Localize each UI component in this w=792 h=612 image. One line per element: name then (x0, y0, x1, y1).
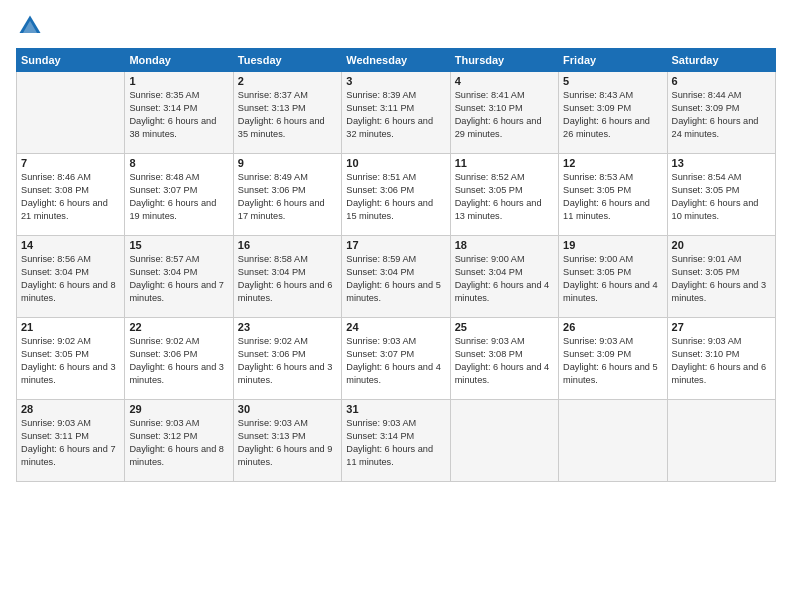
day-header-friday: Friday (559, 49, 667, 72)
calendar-cell: 21Sunrise: 9:02 AMSunset: 3:05 PMDayligh… (17, 318, 125, 400)
calendar-cell (17, 72, 125, 154)
calendar-week-5: 28Sunrise: 9:03 AMSunset: 3:11 PMDayligh… (17, 400, 776, 482)
day-number: 29 (129, 403, 228, 415)
day-info: Sunrise: 9:03 AMSunset: 3:11 PMDaylight:… (21, 417, 120, 469)
day-info: Sunrise: 9:03 AMSunset: 3:14 PMDaylight:… (346, 417, 445, 469)
calendar-cell: 3Sunrise: 8:39 AMSunset: 3:11 PMDaylight… (342, 72, 450, 154)
day-number: 15 (129, 239, 228, 251)
day-number: 10 (346, 157, 445, 169)
calendar-cell: 26Sunrise: 9:03 AMSunset: 3:09 PMDayligh… (559, 318, 667, 400)
calendar-cell: 13Sunrise: 8:54 AMSunset: 3:05 PMDayligh… (667, 154, 775, 236)
calendar-cell: 1Sunrise: 8:35 AMSunset: 3:14 PMDaylight… (125, 72, 233, 154)
day-info: Sunrise: 8:57 AMSunset: 3:04 PMDaylight:… (129, 253, 228, 305)
calendar-cell: 29Sunrise: 9:03 AMSunset: 3:12 PMDayligh… (125, 400, 233, 482)
day-header-saturday: Saturday (667, 49, 775, 72)
calendar-cell: 8Sunrise: 8:48 AMSunset: 3:07 PMDaylight… (125, 154, 233, 236)
day-number: 13 (672, 157, 771, 169)
day-number: 27 (672, 321, 771, 333)
day-number: 1 (129, 75, 228, 87)
calendar-cell (450, 400, 558, 482)
calendar-cell: 17Sunrise: 8:59 AMSunset: 3:04 PMDayligh… (342, 236, 450, 318)
day-number: 5 (563, 75, 662, 87)
day-info: Sunrise: 8:46 AMSunset: 3:08 PMDaylight:… (21, 171, 120, 223)
day-info: Sunrise: 8:41 AMSunset: 3:10 PMDaylight:… (455, 89, 554, 141)
day-info: Sunrise: 9:00 AMSunset: 3:04 PMDaylight:… (455, 253, 554, 305)
day-number: 3 (346, 75, 445, 87)
day-number: 28 (21, 403, 120, 415)
calendar-cell: 27Sunrise: 9:03 AMSunset: 3:10 PMDayligh… (667, 318, 775, 400)
calendar-cell: 7Sunrise: 8:46 AMSunset: 3:08 PMDaylight… (17, 154, 125, 236)
day-number: 31 (346, 403, 445, 415)
calendar-cell: 5Sunrise: 8:43 AMSunset: 3:09 PMDaylight… (559, 72, 667, 154)
calendar-cell: 10Sunrise: 8:51 AMSunset: 3:06 PMDayligh… (342, 154, 450, 236)
day-number: 8 (129, 157, 228, 169)
calendar-cell: 12Sunrise: 8:53 AMSunset: 3:05 PMDayligh… (559, 154, 667, 236)
day-number: 2 (238, 75, 337, 87)
calendar-cell: 11Sunrise: 8:52 AMSunset: 3:05 PMDayligh… (450, 154, 558, 236)
day-info: Sunrise: 8:43 AMSunset: 3:09 PMDaylight:… (563, 89, 662, 141)
day-number: 7 (21, 157, 120, 169)
calendar-week-1: 1Sunrise: 8:35 AMSunset: 3:14 PMDaylight… (17, 72, 776, 154)
day-number: 11 (455, 157, 554, 169)
calendar-cell: 28Sunrise: 9:03 AMSunset: 3:11 PMDayligh… (17, 400, 125, 482)
day-number: 25 (455, 321, 554, 333)
day-number: 24 (346, 321, 445, 333)
calendar-cell: 2Sunrise: 8:37 AMSunset: 3:13 PMDaylight… (233, 72, 341, 154)
day-info: Sunrise: 8:48 AMSunset: 3:07 PMDaylight:… (129, 171, 228, 223)
day-info: Sunrise: 8:44 AMSunset: 3:09 PMDaylight:… (672, 89, 771, 141)
calendar-cell: 20Sunrise: 9:01 AMSunset: 3:05 PMDayligh… (667, 236, 775, 318)
calendar-cell: 18Sunrise: 9:00 AMSunset: 3:04 PMDayligh… (450, 236, 558, 318)
day-info: Sunrise: 8:53 AMSunset: 3:05 PMDaylight:… (563, 171, 662, 223)
day-info: Sunrise: 8:37 AMSunset: 3:13 PMDaylight:… (238, 89, 337, 141)
day-info: Sunrise: 8:49 AMSunset: 3:06 PMDaylight:… (238, 171, 337, 223)
day-info: Sunrise: 9:00 AMSunset: 3:05 PMDaylight:… (563, 253, 662, 305)
day-number: 17 (346, 239, 445, 251)
day-header-wednesday: Wednesday (342, 49, 450, 72)
day-number: 18 (455, 239, 554, 251)
day-info: Sunrise: 9:03 AMSunset: 3:10 PMDaylight:… (672, 335, 771, 387)
day-header-sunday: Sunday (17, 49, 125, 72)
day-number: 6 (672, 75, 771, 87)
day-info: Sunrise: 8:59 AMSunset: 3:04 PMDaylight:… (346, 253, 445, 305)
calendar: SundayMondayTuesdayWednesdayThursdayFrid… (16, 48, 776, 482)
day-number: 14 (21, 239, 120, 251)
calendar-cell: 31Sunrise: 9:03 AMSunset: 3:14 PMDayligh… (342, 400, 450, 482)
day-info: Sunrise: 8:39 AMSunset: 3:11 PMDaylight:… (346, 89, 445, 141)
calendar-cell: 14Sunrise: 8:56 AMSunset: 3:04 PMDayligh… (17, 236, 125, 318)
logo (16, 12, 48, 40)
day-info: Sunrise: 9:02 AMSunset: 3:06 PMDaylight:… (129, 335, 228, 387)
calendar-cell: 9Sunrise: 8:49 AMSunset: 3:06 PMDaylight… (233, 154, 341, 236)
day-number: 19 (563, 239, 662, 251)
day-info: Sunrise: 9:01 AMSunset: 3:05 PMDaylight:… (672, 253, 771, 305)
day-info: Sunrise: 9:02 AMSunset: 3:06 PMDaylight:… (238, 335, 337, 387)
calendar-cell: 25Sunrise: 9:03 AMSunset: 3:08 PMDayligh… (450, 318, 558, 400)
day-number: 22 (129, 321, 228, 333)
day-info: Sunrise: 8:54 AMSunset: 3:05 PMDaylight:… (672, 171, 771, 223)
day-header-tuesday: Tuesday (233, 49, 341, 72)
day-number: 30 (238, 403, 337, 415)
calendar-cell: 19Sunrise: 9:00 AMSunset: 3:05 PMDayligh… (559, 236, 667, 318)
day-info: Sunrise: 8:56 AMSunset: 3:04 PMDaylight:… (21, 253, 120, 305)
calendar-week-3: 14Sunrise: 8:56 AMSunset: 3:04 PMDayligh… (17, 236, 776, 318)
calendar-cell: 22Sunrise: 9:02 AMSunset: 3:06 PMDayligh… (125, 318, 233, 400)
calendar-week-4: 21Sunrise: 9:02 AMSunset: 3:05 PMDayligh… (17, 318, 776, 400)
logo-icon (16, 12, 44, 40)
day-number: 20 (672, 239, 771, 251)
day-info: Sunrise: 9:03 AMSunset: 3:12 PMDaylight:… (129, 417, 228, 469)
day-info: Sunrise: 8:51 AMSunset: 3:06 PMDaylight:… (346, 171, 445, 223)
calendar-cell: 23Sunrise: 9:02 AMSunset: 3:06 PMDayligh… (233, 318, 341, 400)
day-info: Sunrise: 9:03 AMSunset: 3:07 PMDaylight:… (346, 335, 445, 387)
calendar-cell: 16Sunrise: 8:58 AMSunset: 3:04 PMDayligh… (233, 236, 341, 318)
day-header-monday: Monday (125, 49, 233, 72)
day-info: Sunrise: 9:03 AMSunset: 3:08 PMDaylight:… (455, 335, 554, 387)
day-info: Sunrise: 9:03 AMSunset: 3:09 PMDaylight:… (563, 335, 662, 387)
calendar-week-2: 7Sunrise: 8:46 AMSunset: 3:08 PMDaylight… (17, 154, 776, 236)
day-number: 23 (238, 321, 337, 333)
day-number: 9 (238, 157, 337, 169)
day-number: 16 (238, 239, 337, 251)
day-info: Sunrise: 9:03 AMSunset: 3:13 PMDaylight:… (238, 417, 337, 469)
calendar-cell: 24Sunrise: 9:03 AMSunset: 3:07 PMDayligh… (342, 318, 450, 400)
calendar-cell: 15Sunrise: 8:57 AMSunset: 3:04 PMDayligh… (125, 236, 233, 318)
calendar-cell: 30Sunrise: 9:03 AMSunset: 3:13 PMDayligh… (233, 400, 341, 482)
calendar-cell: 6Sunrise: 8:44 AMSunset: 3:09 PMDaylight… (667, 72, 775, 154)
